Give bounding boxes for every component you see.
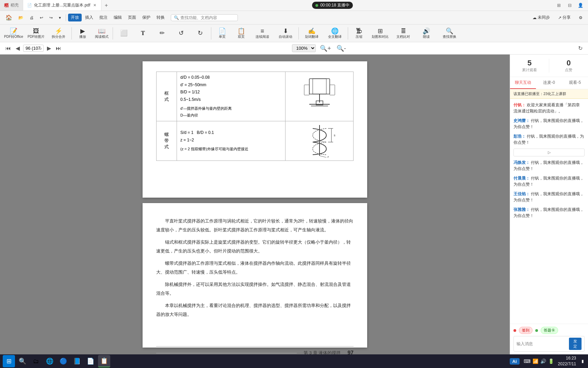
main-toolbar: 🏠 📂 🖨 ↩ ↪ ▾ 开放 插入 批注 编辑 页面 保护 转换 🔍 ☁ bbox=[0, 11, 588, 25]
taskbar-ie-icon: 🔵 bbox=[60, 357, 67, 365]
pdf-tab-icon: 📄 bbox=[27, 3, 32, 7]
svg-rect-7 bbox=[330, 85, 335, 95]
read-aloud-btn[interactable]: 🔊 朗读 bbox=[415, 26, 437, 41]
chat-input[interactable] bbox=[517, 341, 568, 346]
chat-input-area[interactable]: 发定 bbox=[513, 336, 585, 352]
toolbar-start-btn[interactable]: 开放 bbox=[68, 14, 82, 21]
tab-close-btn[interactable]: ✕ bbox=[92, 3, 97, 8]
select-rect-btn[interactable]: ⬜ bbox=[115, 26, 133, 41]
list-item: 付晨晨： 付钒，我来围观你的直播哦，为你点赞！ bbox=[510, 173, 588, 189]
icon-group-1: 📝 PDF转Office 🖼 PDF转图片 ⚡ 拆分合并 bbox=[3, 26, 69, 41]
list-item: 付钒： 欢迎大家来观看直播「第四章 流体通过颗粒层的流动」。 bbox=[510, 100, 588, 116]
taskbar-pdf-btn[interactable]: 📋 bbox=[98, 355, 110, 367]
auto-scroll-btn[interactable]: ⬇ 自动滚动 bbox=[275, 26, 296, 41]
ai-btn[interactable]: Ai bbox=[510, 358, 520, 365]
tag-signin-dot bbox=[513, 329, 516, 332]
pdf-img-btn[interactable]: 🖼 PDF转图片 bbox=[25, 26, 47, 41]
grid-icon[interactable]: ⊟ bbox=[565, 2, 574, 9]
double-page-btn[interactable]: 📋 双页 bbox=[232, 26, 250, 41]
tab-add-btn[interactable]: + bbox=[101, 0, 111, 11]
read-mode-icon: 📖 bbox=[98, 28, 105, 34]
pdf-img-icon: 🖼 bbox=[33, 28, 39, 34]
compare-btn[interactable]: ⊞ 划图和对比 bbox=[369, 26, 391, 41]
user-icon[interactable]: 👤 bbox=[576, 2, 585, 9]
cloud-icon: ☁ bbox=[533, 15, 537, 20]
send-btn[interactable]: 发定 bbox=[569, 338, 582, 350]
split-merge-btn[interactable]: ⚡ 拆分合并 bbox=[48, 26, 69, 41]
tab-pdf[interactable]: 📄 化工原理 上册...完重点版本.pdf ✕ bbox=[23, 0, 101, 11]
annotate-pencil-btn[interactable]: ✏ bbox=[153, 26, 171, 41]
panel-notice: 该直播已联播至：23化工上课群 bbox=[510, 89, 588, 99]
icon-sep4 bbox=[298, 27, 299, 40]
read-mode-btn[interactable]: 📖 阅读模式 bbox=[93, 26, 111, 41]
single-page-btn[interactable]: 📄 单页 bbox=[213, 26, 231, 41]
toolbar-open-btn[interactable]: 📂 bbox=[16, 14, 26, 21]
rotate-doc-btn[interactable]: ↻ bbox=[577, 44, 584, 52]
taskbar-files-icon: 🗂 bbox=[33, 358, 39, 365]
taskbar-word-btn[interactable]: 📘 bbox=[71, 355, 83, 367]
luodai-svg: s d bbox=[299, 123, 340, 157]
rotate-left-btn[interactable]: ↺ bbox=[172, 26, 190, 41]
cloud-sync-btn[interactable]: ☁ 未同步 bbox=[530, 14, 553, 21]
find-replace-btn[interactable]: 🔍 查找替换 bbox=[439, 26, 460, 41]
taskbar-word-icon: 📘 bbox=[73, 357, 81, 365]
toolbar-print-btn[interactable]: 🖨 bbox=[27, 14, 36, 21]
toolbar-redo-btn[interactable]: ↪ bbox=[47, 14, 55, 21]
tag-answer-card[interactable]: 答题卡 bbox=[541, 327, 558, 334]
taskbar-files-btn[interactable]: 🗂 bbox=[30, 355, 42, 367]
zoom-select[interactable]: 100% 75% 125% 150% bbox=[292, 44, 316, 52]
pdf-page-top: 框式 d/D = 0.05~0.08 d' = 25~50mm B/D = 1/… bbox=[143, 61, 367, 198]
settings-btn[interactable]: ⚙ bbox=[576, 14, 585, 21]
tab-viewers[interactable]: 观看-5 bbox=[562, 77, 588, 89]
show-desktop-btn[interactable]: ▮ bbox=[580, 358, 585, 364]
compress-btn[interactable]: 🗜 压缩 bbox=[350, 26, 368, 41]
last-page-btn[interactable]: ⏭ bbox=[54, 45, 63, 52]
tab-chat[interactable]: 聊天互动 bbox=[510, 77, 536, 89]
start-label: 开放 bbox=[71, 15, 79, 20]
toolbar-edit-btn[interactable]: 编辑 bbox=[111, 14, 125, 21]
share-btn[interactable]: ↗ 分享 bbox=[555, 14, 573, 21]
insert-label: 插入 bbox=[85, 15, 93, 20]
zoom-in-btn[interactable]: 🔍+ bbox=[318, 44, 332, 53]
nav-left: ⏮ ◀ ▶ ⏭ bbox=[4, 44, 63, 52]
toolbar-more-btn[interactable]: ▾ bbox=[56, 14, 64, 21]
toolbar-undo-btn[interactable]: ↩ bbox=[37, 14, 46, 21]
tag-signin[interactable]: 签到 bbox=[519, 327, 533, 334]
toolbar-page-btn[interactable]: 页面 bbox=[125, 14, 139, 21]
taskbar-wps-btn[interactable]: 📄 bbox=[84, 355, 97, 367]
tab-connect[interactable]: 连麦-0 bbox=[536, 77, 562, 89]
layout-icon[interactable]: ⊞ bbox=[554, 2, 564, 9]
taskbar-search-btn[interactable]: 🔍 bbox=[16, 355, 29, 367]
first-page-btn[interactable]: ⏮ bbox=[4, 45, 12, 52]
page-input[interactable] bbox=[23, 45, 44, 52]
pdf-viewer[interactable]: 框式 d/D = 0.05~0.08 d' = 25~50mm B/D = 1/… bbox=[0, 55, 510, 354]
redo-icon: ↪ bbox=[49, 15, 53, 20]
toolbar-protect-btn[interactable]: 保护 bbox=[140, 14, 153, 21]
start-btn[interactable]: ⊞ bbox=[3, 355, 15, 367]
toolbar-search-box[interactable]: 🔍 bbox=[171, 14, 238, 21]
auto-scroll-icon: ⬇ bbox=[283, 28, 288, 34]
continuous-btn[interactable]: ≡ 连续阅读 bbox=[251, 26, 273, 41]
toolbar-insert-btn[interactable]: 插入 bbox=[82, 14, 96, 21]
taskbar-edge-btn[interactable]: 🌐 bbox=[44, 355, 56, 367]
zoom-out-btn[interactable]: 🔍- bbox=[335, 44, 347, 53]
pdf-tab-label: 化工原理 上册...完重点版本.pdf bbox=[34, 2, 90, 8]
toolbar-annotate-btn[interactable]: 批注 bbox=[97, 14, 110, 21]
rotate-right-btn[interactable]: ↻ bbox=[191, 26, 209, 41]
play-btn[interactable]: ▶ 播放 bbox=[74, 26, 92, 41]
next-page-btn[interactable]: ▶ bbox=[46, 44, 52, 52]
chat-more-btn[interactable]: ▷ bbox=[513, 149, 585, 156]
text-compare-btn[interactable]: ≣ 文档比对 bbox=[392, 26, 414, 41]
tab-wps[interactable]: 稻 稻壳 bbox=[0, 0, 23, 11]
full-trans-btn[interactable]: 🌐 全文翻译 bbox=[324, 26, 346, 41]
pdf-office-btn[interactable]: 📝 PDF转Office bbox=[3, 26, 24, 41]
prev-page-btn[interactable]: ◀ bbox=[14, 44, 21, 52]
formula-luodai: S/d = 1 B/D = 0.1 z = 1~2 (z = 2 指双螺带)外缘… bbox=[177, 121, 285, 160]
select-text-btn[interactable]: 𝐓 bbox=[134, 26, 152, 41]
taskbar-ie-btn[interactable]: 🔵 bbox=[57, 355, 69, 367]
dict-trans-btn[interactable]: ✍ 划词翻译 bbox=[301, 26, 323, 41]
clock-date: 2022/7/11 bbox=[558, 361, 576, 367]
taskbar-search-icon: 🔍 bbox=[19, 357, 26, 365]
search-input[interactable] bbox=[180, 15, 235, 20]
toolbar-convert-btn[interactable]: 转换 bbox=[154, 14, 167, 21]
